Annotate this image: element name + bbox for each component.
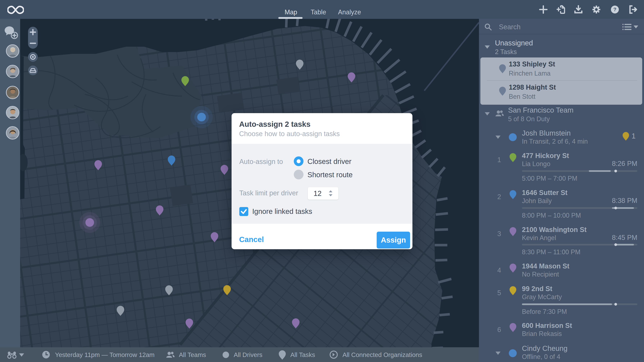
svg-text:?: ? [613, 7, 616, 12]
